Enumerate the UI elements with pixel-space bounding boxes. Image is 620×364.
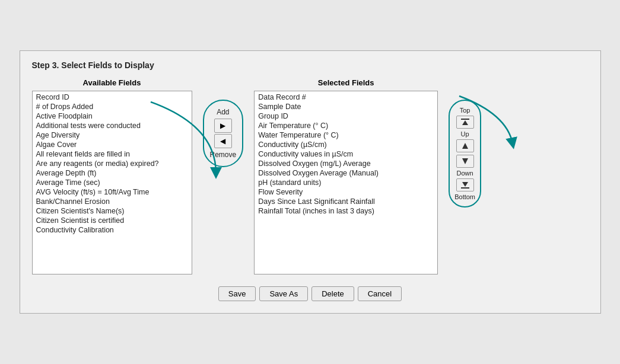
bottom-label: Bottom [454, 193, 475, 200]
add-remove-oval: Add ▶ ◀ Remove [203, 100, 244, 167]
svg-marker-3 [462, 158, 468, 164]
list-item[interactable]: Group ID [255, 111, 437, 121]
list-item[interactable]: Algae Cover [33, 140, 192, 149]
list-item[interactable]: Dissolved Oxygen (mg/L) Average [255, 159, 437, 168]
list-item[interactable]: Water Temperature (° C) [255, 130, 437, 140]
list-item[interactable]: Data Record # [255, 92, 437, 102]
order-oval: Top Up Down Bottom [449, 100, 481, 207]
list-item[interactable]: pH (standard units) [255, 178, 437, 187]
save-button[interactable]: Save [218, 286, 256, 301]
list-item[interactable]: Sample Date [255, 102, 437, 111]
list-item[interactable]: Conductivity values in µS/cm [255, 149, 437, 159]
svg-marker-1 [462, 120, 468, 125]
add-button[interactable]: ▶ [214, 119, 232, 133]
up-button[interactable] [456, 139, 474, 152]
top-button[interactable] [456, 116, 474, 129]
order-controls: Top Up Down Bottom [449, 78, 481, 207]
save-as-button[interactable]: Save As [259, 286, 308, 301]
list-item[interactable]: Rainfall Total (inches in last 3 days) [255, 206, 437, 216]
list-item[interactable]: Are any reagents (or media) expired? [33, 159, 192, 168]
list-item[interactable]: Conductivity Calibration [33, 225, 192, 235]
list-item[interactable]: Additional tests were conducted [33, 121, 192, 130]
list-item[interactable]: Citizen Scientist's Name(s) [33, 206, 192, 216]
svg-marker-5 [462, 182, 468, 187]
list-item[interactable]: Flow Severity [255, 187, 437, 197]
down-label: Down [457, 170, 473, 177]
list-item[interactable]: Conductivity (µS/cm) [255, 140, 437, 149]
list-item[interactable]: Active Floodplain [33, 111, 192, 121]
list-item[interactable]: Average Depth (ft) [33, 168, 192, 178]
up-label: Up [461, 130, 469, 138]
list-item[interactable]: Age Diversity [33, 130, 192, 140]
footer-buttons: Save Save As Delete Cancel [32, 286, 589, 301]
cancel-button[interactable]: Cancel [358, 286, 402, 301]
down-button[interactable] [456, 155, 474, 168]
list-item[interactable]: All relevant fields are filled in [33, 149, 192, 159]
list-item[interactable]: AVG Velocity (ft/s) = 10ft/Avg Time [33, 187, 192, 197]
list-item[interactable]: Air Temperature (° C) [255, 121, 437, 130]
list-item[interactable]: Dissolved Oxygen Average (Manual) [255, 168, 437, 178]
add-label: Add [217, 108, 229, 116]
bottom-button[interactable] [456, 178, 474, 191]
svg-marker-2 [462, 143, 468, 149]
list-item[interactable]: Average Time (sec) [33, 178, 192, 187]
list-item[interactable]: Bank/Channel Erosion [33, 197, 192, 206]
list-item[interactable]: Citizen Scientist is certified [33, 216, 192, 225]
list-item[interactable]: # of Drops Added [33, 102, 192, 111]
remove-button[interactable]: ◀ [214, 134, 232, 148]
remove-label: Remove [210, 151, 237, 159]
add-remove-controls: Add ▶ ◀ Remove [203, 78, 244, 167]
selected-fields-label: Selected Fields [318, 78, 374, 87]
step-title: Step 3. Select Fields to Display [32, 60, 589, 70]
list-item[interactable]: Record ID [33, 92, 192, 102]
top-label: Top [460, 107, 470, 114]
delete-button[interactable]: Delete [311, 286, 354, 301]
available-fields-listbox[interactable]: Record ID# of Drops AddedActive Floodpla… [32, 91, 192, 274]
list-item[interactable]: Days Since Last Significant Rainfall [255, 197, 437, 206]
selected-fields-listbox[interactable]: Data Record #Sample DateGroup IDAir Temp… [254, 91, 438, 274]
available-fields-label: Available Fields [83, 78, 141, 87]
